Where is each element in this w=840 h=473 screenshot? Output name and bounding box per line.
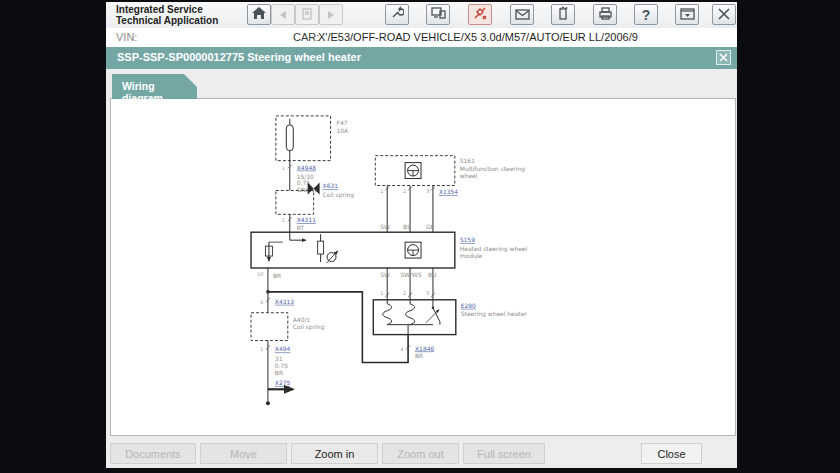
wire-label: 15/30 <box>297 173 314 180</box>
connector-link-x4948[interactable]: X4948 <box>297 164 316 171</box>
print-button[interactable] <box>593 4 617 25</box>
wrench-icon <box>390 6 404 24</box>
mail-icon <box>515 6 530 24</box>
car-value: X'/E53/OFF-ROAD VEHICLE/X5 3.0d/M57/AUTO… <box>318 31 638 43</box>
pin-number: 3 <box>426 188 429 194</box>
full-screen-button[interactable]: Full screen <box>463 443 545 464</box>
connection-button[interactable] <box>468 4 492 25</box>
messages-button[interactable] <box>510 4 534 25</box>
wire-label: SW/WS <box>400 271 422 278</box>
tab-strip: Wiring diagram <box>106 69 737 98</box>
forward-button[interactable] <box>319 4 343 25</box>
battery-icon <box>558 6 568 24</box>
wire-label: SW <box>380 223 390 230</box>
connector-link-x1354[interactable]: X1354 <box>439 188 458 195</box>
exit-button[interactable] <box>712 4 736 25</box>
wire-label: BL <box>403 223 411 230</box>
vin-label: VIN: <box>116 31 137 43</box>
connector-link-x1846[interactable]: X1846 <box>415 345 434 352</box>
close-icon <box>718 6 730 24</box>
car-label: CAR: <box>293 31 319 43</box>
document-title: SSP-SSP-SP0000012775 Steering wheel heat… <box>117 51 361 63</box>
pin-number: 2 <box>403 290 406 296</box>
move-label: Move <box>230 448 257 460</box>
history-button[interactable] <box>295 4 319 25</box>
fuse-ref: F47 <box>337 119 348 126</box>
pin-number: 4 <box>400 346 403 352</box>
wire-label: SW <box>380 271 390 278</box>
wire-label-rt: RT <box>297 224 305 231</box>
help-icon: ? <box>642 7 651 23</box>
pin-number: 2 <box>403 188 406 194</box>
wire-label-br2: BR <box>415 352 423 359</box>
heater-coil-symbol <box>406 300 415 325</box>
wiring-diagram-panel: F47 10A 1 X4948 15/30 0.75 GN/SW X631 Co… <box>110 98 736 436</box>
connector-link-x631[interactable]: X631 <box>323 182 339 189</box>
zoom-in-button[interactable]: Zoom in <box>291 443 378 464</box>
fuse-rating: 10A <box>337 127 350 134</box>
window-arrow-icon <box>680 6 695 24</box>
close-icon <box>719 53 728 62</box>
close-label: Close <box>657 448 685 460</box>
help-button[interactable]: ? <box>634 4 658 25</box>
documents-label: Documents <box>125 448 181 460</box>
connector-link-x494[interactable]: X494 <box>275 345 291 352</box>
minimize-window-button[interactable] <box>675 4 699 25</box>
wire-label: GN/SW <box>297 186 318 193</box>
coil-spring-1-label: Coil spring <box>323 191 355 199</box>
battery-button[interactable] <box>551 4 575 25</box>
heater-ref[interactable]: E280 <box>461 302 476 309</box>
pin-number: 10 <box>257 271 263 277</box>
heater-name: Steering wheel heater <box>461 310 528 318</box>
full-screen-label: Full screen <box>477 448 531 460</box>
connector-link-x4313[interactable]: X4313 <box>275 298 294 305</box>
mfsw-name-2: wheel <box>460 172 478 179</box>
wire-label-br: BR <box>273 272 281 279</box>
fuse-symbol <box>286 125 293 151</box>
fuse-box <box>276 116 331 161</box>
monitor-phone-icon <box>431 6 446 24</box>
pin-number: 1 <box>260 346 263 352</box>
zoom-out-label: Zoom out <box>397 448 443 460</box>
home-icon <box>251 6 267 24</box>
connector-link-x4311[interactable]: X4311 <box>297 216 316 223</box>
ground-point <box>266 401 270 405</box>
forward-arrow-icon <box>326 6 336 24</box>
control-module-box <box>251 232 455 268</box>
pin-number: 3 <box>426 290 429 296</box>
document-close-button[interactable] <box>716 50 731 65</box>
wiring-diagram: F47 10A 1 X4948 15/30 0.75 GN/SW X631 Co… <box>111 99 735 435</box>
control-module-ref[interactable]: S159 <box>460 236 475 243</box>
wire-label: GE <box>426 223 435 230</box>
coil-spring-2-label: Coil spring <box>293 323 325 331</box>
pin-number: 1 <box>380 290 383 296</box>
plug-alert-icon <box>473 6 488 24</box>
toolbar: Integrated Service Technical Application <box>106 2 737 29</box>
documents-button[interactable]: Documents <box>110 443 196 464</box>
zoom-out-button[interactable]: Zoom out <box>382 443 459 464</box>
move-button[interactable]: Move <box>200 443 287 464</box>
tab-wiring-diagram[interactable]: Wiring diagram <box>112 74 197 99</box>
control-module-name-2: module <box>460 252 483 259</box>
pin-number: 1 <box>282 217 285 223</box>
back-arrow-icon <box>278 6 288 24</box>
back-button[interactable] <box>271 4 295 25</box>
coil-spring-box-2 <box>251 313 288 341</box>
home-button[interactable] <box>247 4 271 25</box>
document-header: SSP-SSP-SP0000012775 Steering wheel heat… <box>106 47 737 69</box>
zoom-in-label: Zoom in <box>315 448 355 460</box>
action-bar: Documents Move Zoom in Zoom out Full scr… <box>106 436 737 468</box>
connector-link-x275[interactable]: X275 <box>275 379 291 386</box>
coil-spring-2-code: A40/1 <box>293 316 311 323</box>
workshop-button[interactable] <box>385 4 409 25</box>
close-button[interactable]: Close <box>641 443 702 464</box>
app-title-line1: Integrated Service <box>116 4 218 15</box>
relay-coil-symbol <box>318 241 324 254</box>
wire-label: 31 <box>275 355 283 362</box>
app-title: Integrated Service Technical Application <box>116 4 218 26</box>
wire-label: 0.75 <box>275 362 288 369</box>
pin-number: 1 <box>282 165 285 171</box>
vehicle-bar: VIN: CAR: X'/E53/OFF-ROAD VEHICLE/X5 3.0… <box>106 28 737 47</box>
ista-window: Integrated Service Technical Application <box>106 2 737 468</box>
devices-button[interactable] <box>426 4 450 25</box>
